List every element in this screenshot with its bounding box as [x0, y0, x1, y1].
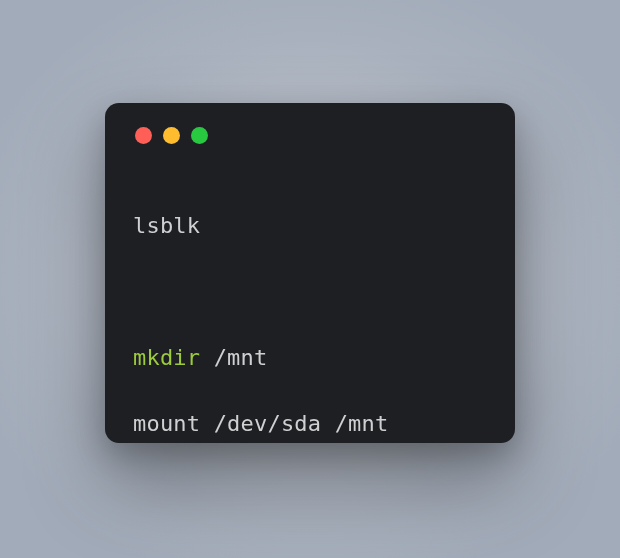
cmd-mkdir: mkdir: [133, 345, 200, 370]
close-icon[interactable]: [135, 127, 152, 144]
code-line-1: lsblk: [133, 209, 487, 242]
code-line-4: mount /dev/sda /mnt: [133, 407, 487, 440]
code-line-3: mkdir /mnt: [133, 341, 487, 374]
terminal-window: lsblk mkdir /mnt mount /dev/sda /mnt: [105, 103, 515, 443]
window-controls: [135, 127, 487, 144]
cmd-lsblk: lsblk: [133, 213, 200, 238]
cmd-mount: mount /dev/sda /mnt: [133, 411, 388, 436]
arg-mnt: /mnt: [200, 345, 267, 370]
minimize-icon[interactable]: [163, 127, 180, 144]
zoom-icon[interactable]: [191, 127, 208, 144]
terminal-content[interactable]: lsblk mkdir /mnt mount /dev/sda /mnt: [133, 176, 487, 506]
blank-line: [133, 275, 487, 308]
